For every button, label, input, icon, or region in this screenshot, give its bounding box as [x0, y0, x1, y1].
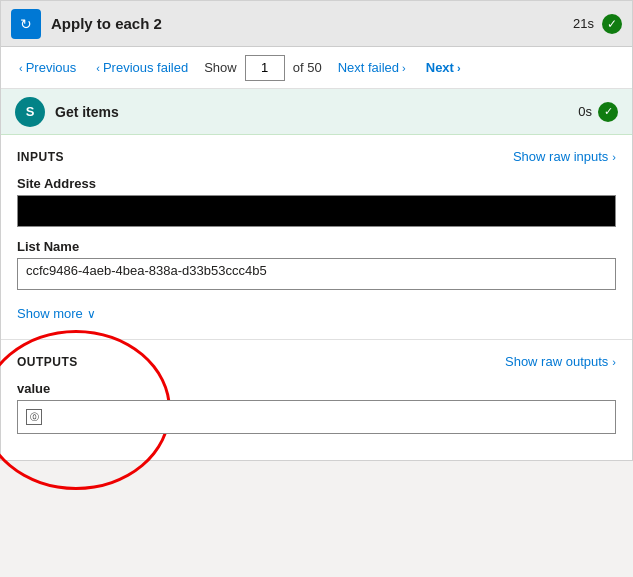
show-more-button[interactable]: Show more ∨ — [17, 302, 96, 325]
previous-button[interactable]: ‹ Previous — [11, 56, 84, 79]
header-right: 21s ✓ — [573, 14, 622, 34]
sharepoint-icon: S — [15, 97, 45, 127]
get-items-row: S Get items 0s ✓ — [1, 89, 632, 135]
chevron-right-icon2: › — [612, 151, 616, 163]
value-label: value — [17, 381, 616, 396]
get-items-title: Get items — [55, 104, 119, 120]
get-items-right: 0s ✓ — [578, 102, 618, 122]
nav-bar: ‹ Previous ‹ Previous failed Show 1 of 5… — [1, 47, 632, 89]
get-items-check-icon: ✓ — [598, 102, 618, 122]
chevron-right-icon3: › — [612, 356, 616, 368]
header-bar: ↻ Apply to each 2 21s ✓ — [1, 1, 632, 47]
site-address-label: Site Address — [17, 176, 616, 191]
inputs-header: INPUTS Show raw inputs › — [17, 149, 616, 164]
list-name-input: ccfc9486-4aeb-4bea-838a-d33b53ccc4b5 — [17, 258, 616, 290]
show-raw-inputs-button[interactable]: Show raw inputs › — [513, 149, 616, 164]
next-button[interactable]: Next › — [418, 56, 469, 79]
loop-icon: ↻ — [11, 9, 41, 39]
chevron-down-icon: ∨ — [87, 307, 96, 321]
show-input[interactable]: 1 — [245, 55, 285, 81]
chevron-left-icon2: ‹ — [96, 62, 100, 74]
value-field: ⓪ — [17, 400, 616, 434]
previous-failed-button[interactable]: ‹ Previous failed — [88, 56, 196, 79]
site-address-group: Site Address — [17, 176, 616, 227]
header-left: ↻ Apply to each 2 — [11, 9, 162, 39]
header-title: Apply to each 2 — [51, 15, 162, 32]
get-items-left: S Get items — [15, 97, 119, 127]
outputs-wrapper: OUTPUTS Show raw outputs › value ⓪ — [1, 340, 632, 460]
show-label: Show — [204, 60, 237, 75]
header-duration: 21s — [573, 16, 594, 31]
value-icon: ⓪ — [26, 409, 42, 425]
show-raw-outputs-button[interactable]: Show raw outputs › — [505, 354, 616, 369]
inputs-title: INPUTS — [17, 150, 64, 164]
outputs-title: OUTPUTS — [17, 355, 78, 369]
next-chevron-icon: › — [457, 62, 461, 74]
list-name-group: List Name ccfc9486-4aeb-4bea-838a-d33b53… — [17, 239, 616, 290]
chevron-left-icon: ‹ — [19, 62, 23, 74]
next-failed-button[interactable]: Next failed › — [330, 56, 414, 79]
main-panel: ↻ Apply to each 2 21s ✓ ‹ Previous ‹ Pre… — [0, 0, 633, 461]
chevron-right-icon: › — [402, 62, 406, 74]
outputs-section: OUTPUTS Show raw outputs › value ⓪ — [1, 340, 632, 460]
of-label: of 50 — [293, 60, 322, 75]
header-check-icon: ✓ — [602, 14, 622, 34]
value-group: value ⓪ — [17, 381, 616, 434]
site-address-input — [17, 195, 616, 227]
outputs-header: OUTPUTS Show raw outputs › — [17, 354, 616, 369]
inputs-section: INPUTS Show raw inputs › Site Address Li… — [1, 135, 632, 340]
list-name-label: List Name — [17, 239, 616, 254]
